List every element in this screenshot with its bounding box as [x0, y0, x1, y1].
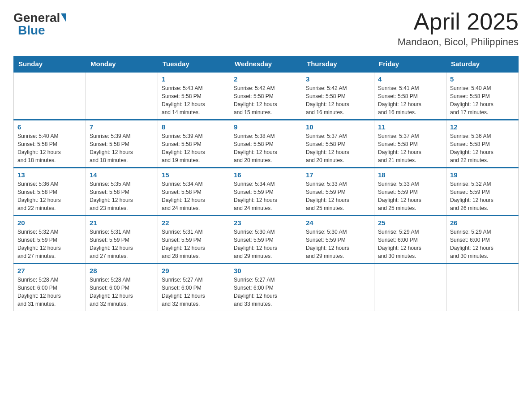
calendar-cell: [302, 264, 374, 311]
day-info: Sunrise: 5:32 AM Sunset: 5:59 PM Dayligh…: [450, 180, 515, 212]
calendar-cell: 7Sunrise: 5:39 AM Sunset: 5:58 PM Daylig…: [86, 120, 158, 168]
day-info: Sunrise: 5:27 AM Sunset: 6:00 PM Dayligh…: [162, 276, 226, 308]
day-info: Sunrise: 5:39 AM Sunset: 5:58 PM Dayligh…: [162, 132, 226, 164]
calendar-cell: 12Sunrise: 5:36 AM Sunset: 5:58 PM Dayli…: [446, 120, 519, 168]
day-info: Sunrise: 5:31 AM Sunset: 5:59 PM Dayligh…: [90, 228, 154, 260]
calendar-row: 13Sunrise: 5:36 AM Sunset: 5:58 PM Dayli…: [14, 168, 519, 216]
calendar-cell: 15Sunrise: 5:34 AM Sunset: 5:58 PM Dayli…: [158, 168, 230, 216]
calendar-cell: 24Sunrise: 5:30 AM Sunset: 5:59 PM Dayli…: [302, 216, 374, 264]
day-info: Sunrise: 5:40 AM Sunset: 5:58 PM Dayligh…: [17, 132, 82, 164]
calendar-cell: 8Sunrise: 5:39 AM Sunset: 5:58 PM Daylig…: [158, 120, 230, 168]
day-number: 3: [306, 75, 370, 83]
logo-blue-word: Blue: [13, 24, 45, 37]
day-number: 2: [234, 75, 298, 83]
calendar-cell: 10Sunrise: 5:37 AM Sunset: 5:58 PM Dayli…: [302, 120, 374, 168]
calendar-cell: 18Sunrise: 5:33 AM Sunset: 5:59 PM Dayli…: [374, 168, 446, 216]
logo-triangle-icon: [61, 13, 66, 22]
calendar-cell: 1Sunrise: 5:43 AM Sunset: 5:58 PM Daylig…: [158, 72, 230, 120]
calendar-cell: [446, 264, 519, 311]
day-number: 1: [162, 75, 226, 83]
calendar-row: 20Sunrise: 5:32 AM Sunset: 5:59 PM Dayli…: [14, 216, 519, 264]
day-info: Sunrise: 5:31 AM Sunset: 5:59 PM Dayligh…: [162, 228, 226, 260]
calendar-cell: 16Sunrise: 5:34 AM Sunset: 5:59 PM Dayli…: [230, 168, 302, 216]
day-number: 9: [234, 123, 298, 131]
day-info: Sunrise: 5:30 AM Sunset: 5:59 PM Dayligh…: [306, 228, 370, 260]
calendar-cell: 20Sunrise: 5:32 AM Sunset: 5:59 PM Dayli…: [14, 216, 86, 264]
calendar-cell: 19Sunrise: 5:32 AM Sunset: 5:59 PM Dayli…: [446, 168, 519, 216]
day-info: Sunrise: 5:27 AM Sunset: 6:00 PM Dayligh…: [234, 276, 298, 308]
calendar-header-cell: Tuesday: [158, 56, 230, 72]
day-info: Sunrise: 5:43 AM Sunset: 5:58 PM Dayligh…: [162, 84, 226, 116]
day-info: Sunrise: 5:36 AM Sunset: 5:58 PM Dayligh…: [17, 180, 82, 212]
calendar-cell: 27Sunrise: 5:28 AM Sunset: 6:00 PM Dayli…: [14, 264, 86, 311]
day-number: 5: [450, 75, 515, 83]
calendar-header-row: SundayMondayTuesdayWednesdayThursdayFrid…: [14, 56, 519, 72]
day-info: Sunrise: 5:28 AM Sunset: 6:00 PM Dayligh…: [90, 276, 154, 308]
day-info: Sunrise: 5:42 AM Sunset: 5:58 PM Dayligh…: [234, 84, 298, 116]
day-info: Sunrise: 5:30 AM Sunset: 5:59 PM Dayligh…: [234, 228, 298, 260]
calendar-cell: [14, 72, 86, 120]
calendar-cell: 14Sunrise: 5:35 AM Sunset: 5:58 PM Dayli…: [86, 168, 158, 216]
day-number: 17: [306, 171, 370, 179]
day-number: 4: [378, 75, 442, 83]
day-number: 7: [90, 123, 154, 131]
day-number: 18: [378, 171, 442, 179]
day-info: Sunrise: 5:34 AM Sunset: 5:58 PM Dayligh…: [162, 180, 226, 212]
day-number: 19: [450, 171, 515, 179]
day-info: Sunrise: 5:41 AM Sunset: 5:58 PM Dayligh…: [378, 84, 442, 116]
calendar-header: SundayMondayTuesdayWednesdayThursdayFrid…: [14, 56, 519, 72]
calendar-row: 6Sunrise: 5:40 AM Sunset: 5:58 PM Daylig…: [14, 120, 519, 168]
day-number: 21: [90, 219, 154, 227]
logo-general-text: General: [13, 12, 66, 24]
day-info: Sunrise: 5:37 AM Sunset: 5:58 PM Dayligh…: [378, 132, 442, 164]
calendar-cell: 17Sunrise: 5:33 AM Sunset: 5:59 PM Dayli…: [302, 168, 374, 216]
calendar-cell: 26Sunrise: 5:29 AM Sunset: 6:00 PM Dayli…: [446, 216, 519, 264]
day-number: 12: [450, 123, 515, 131]
day-info: Sunrise: 5:35 AM Sunset: 5:58 PM Dayligh…: [90, 180, 154, 212]
title-block: April 2025 Mandaon, Bicol, Philippines: [398, 9, 519, 48]
day-number: 6: [17, 123, 82, 131]
calendar-cell: 4Sunrise: 5:41 AM Sunset: 5:58 PM Daylig…: [374, 72, 446, 120]
logo-general-word: General: [13, 12, 60, 24]
calendar-cell: [374, 264, 446, 311]
day-number: 8: [162, 123, 226, 131]
day-number: 15: [162, 171, 226, 179]
day-number: 22: [162, 219, 226, 227]
day-info: Sunrise: 5:42 AM Sunset: 5:58 PM Dayligh…: [306, 84, 370, 116]
day-info: Sunrise: 5:40 AM Sunset: 5:58 PM Dayligh…: [450, 84, 515, 116]
day-number: 23: [234, 219, 298, 227]
calendar-header-cell: Monday: [86, 56, 158, 72]
calendar-table: SundayMondayTuesdayWednesdayThursdayFrid…: [13, 56, 519, 311]
day-info: Sunrise: 5:33 AM Sunset: 5:59 PM Dayligh…: [378, 180, 442, 212]
calendar-body: 1Sunrise: 5:43 AM Sunset: 5:58 PM Daylig…: [14, 72, 519, 311]
day-number: 10: [306, 123, 370, 131]
calendar-cell: 6Sunrise: 5:40 AM Sunset: 5:58 PM Daylig…: [14, 120, 86, 168]
calendar-header-cell: Sunday: [14, 56, 86, 72]
calendar-cell: 2Sunrise: 5:42 AM Sunset: 5:58 PM Daylig…: [230, 72, 302, 120]
calendar-cell: 23Sunrise: 5:30 AM Sunset: 5:59 PM Dayli…: [230, 216, 302, 264]
calendar-cell: 29Sunrise: 5:27 AM Sunset: 6:00 PM Dayli…: [158, 264, 230, 311]
day-number: 14: [90, 171, 154, 179]
calendar-cell: 9Sunrise: 5:38 AM Sunset: 5:58 PM Daylig…: [230, 120, 302, 168]
day-number: 26: [450, 219, 515, 227]
calendar-subtitle: Mandaon, Bicol, Philippines: [398, 36, 519, 48]
calendar-cell: 5Sunrise: 5:40 AM Sunset: 5:58 PM Daylig…: [446, 72, 519, 120]
day-info: Sunrise: 5:37 AM Sunset: 5:58 PM Dayligh…: [306, 132, 370, 164]
day-info: Sunrise: 5:32 AM Sunset: 5:59 PM Dayligh…: [17, 228, 82, 260]
calendar-header-cell: Saturday: [446, 56, 519, 72]
day-info: Sunrise: 5:36 AM Sunset: 5:58 PM Dayligh…: [450, 132, 515, 164]
day-info: Sunrise: 5:34 AM Sunset: 5:59 PM Dayligh…: [234, 180, 298, 212]
calendar-cell: 30Sunrise: 5:27 AM Sunset: 6:00 PM Dayli…: [230, 264, 302, 311]
day-number: 16: [234, 171, 298, 179]
calendar-header-cell: Wednesday: [230, 56, 302, 72]
page-header: General Blue April 2025 Mandaon, Bicol, …: [13, 9, 519, 48]
day-number: 27: [17, 267, 82, 274]
calendar-header-cell: Friday: [374, 56, 446, 72]
calendar-cell: [86, 72, 158, 120]
day-info: Sunrise: 5:29 AM Sunset: 6:00 PM Dayligh…: [450, 228, 515, 260]
day-number: 29: [162, 267, 226, 274]
day-number: 20: [17, 219, 82, 227]
logo: General Blue: [13, 12, 66, 37]
day-number: 30: [234, 267, 298, 274]
calendar-cell: 21Sunrise: 5:31 AM Sunset: 5:59 PM Dayli…: [86, 216, 158, 264]
